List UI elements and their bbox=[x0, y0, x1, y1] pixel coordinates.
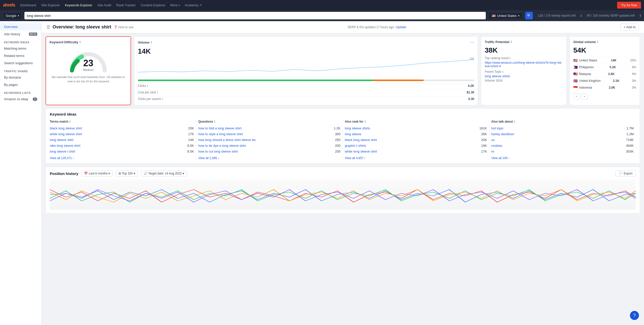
ki-col-also-talk: Also talk about ℹ hot topic1.7M harley d… bbox=[489, 120, 636, 160]
kd-info-icon[interactable]: ℹ bbox=[79, 41, 80, 44]
list-item: re303K bbox=[491, 149, 634, 154]
engine-select[interactable]: Google ▾ bbox=[3, 12, 22, 19]
nav-rank-tracker[interactable]: Rank Tracker bbox=[116, 3, 136, 7]
volume-menu-icon[interactable]: ⋯ bbox=[470, 40, 474, 45]
export-icon: 📄 bbox=[619, 172, 622, 175]
global-next-button[interactable]: › bbox=[581, 93, 587, 99]
cps-info-icon[interactable]: ℹ bbox=[162, 97, 163, 101]
top-result-link[interactable]: https://www.amazon.com/long-sleeve-shirt… bbox=[485, 61, 563, 68]
view-all-also-talk[interactable]: View all 105 › bbox=[491, 156, 634, 160]
nav-keywords-explorer[interactable]: Keywords Explorer bbox=[65, 3, 92, 7]
ki-link[interactable]: long sleeve shirts bbox=[345, 126, 370, 130]
parent-topic-info-icon[interactable]: ℹ bbox=[502, 70, 503, 73]
sidebar-item-by-pages[interactable]: By pages bbox=[0, 81, 41, 88]
ki-link[interactable]: graphic t shirts bbox=[345, 144, 366, 148]
search-input[interactable] bbox=[27, 14, 483, 18]
sidebar-item-search-suggestions[interactable]: Search suggestions bbox=[0, 59, 41, 67]
sidebar-item-matching-terms[interactable]: Matching terms bbox=[0, 45, 41, 52]
ki-link[interactable]: how to cut long sleeve shirt bbox=[198, 150, 238, 153]
terms-match-info-icon[interactable]: ℹ bbox=[69, 120, 70, 123]
ki-link[interactable]: how to style a long sleeve shirt bbox=[198, 132, 243, 136]
ki-link[interactable]: long sleeve t shirt bbox=[50, 150, 75, 153]
engine-label: Google bbox=[6, 14, 16, 18]
clicks-info-icon[interactable]: ℹ bbox=[147, 84, 148, 88]
weekly-reports-stat: 118 / 175 weekly reports left bbox=[538, 14, 576, 17]
also-rank-info-icon[interactable]: ℹ bbox=[365, 120, 366, 123]
sidebar-item-by-domains[interactable]: By domains bbox=[0, 74, 41, 81]
list-item: long sleeve26K bbox=[345, 131, 487, 137]
ki-link[interactable]: white long sleeve shirt bbox=[50, 132, 82, 136]
ki-link[interactable]: harley davidson bbox=[491, 132, 514, 136]
target-date-button[interactable]: 📈 Target date: 14 Aug 2022 ▾ bbox=[141, 170, 187, 176]
country-row-us: 🇺🇸 United States 14K 25% bbox=[573, 57, 636, 64]
volume-info-icon[interactable]: ℹ bbox=[151, 41, 152, 44]
help-button[interactable]: ? bbox=[630, 311, 639, 320]
nav-site-audit[interactable]: Site Audit bbox=[97, 3, 111, 7]
view-all-terms-match[interactable]: View all 129,471 › bbox=[50, 156, 194, 160]
cards-row: Keyword Difficulty ℹ bbox=[42, 33, 644, 108]
list-item: graphic t shirts18K bbox=[345, 143, 487, 149]
nav-academy[interactable]: Academy ↗ bbox=[185, 3, 202, 7]
sidebar-item-overview[interactable]: Overview bbox=[0, 23, 41, 30]
ki-link[interactable]: re bbox=[491, 150, 494, 153]
page-title: Overview: long sleeve shirt bbox=[53, 24, 111, 30]
date-filter-button[interactable]: 📅 Last 6 months ▾ bbox=[81, 170, 113, 176]
ki-val: 14K bbox=[188, 138, 194, 142]
ki-link[interactable]: cookies bbox=[491, 144, 502, 148]
nav-cta-button[interactable]: Try for free bbox=[617, 2, 641, 9]
ki-link[interactable]: how to fold a long sleeve shirt bbox=[198, 126, 241, 130]
ki-link[interactable]: black long sleeve shirt bbox=[50, 126, 82, 130]
top-filter-button[interactable]: ⊞ Top 100 ▾ bbox=[116, 170, 138, 176]
ki-link[interactable]: us bbox=[491, 138, 495, 142]
hamburger-icon[interactable]: ☰ bbox=[47, 25, 50, 29]
list-item: white long sleeve shirt17K bbox=[345, 149, 487, 154]
nav-content-explorer[interactable]: Content Explorer bbox=[141, 3, 165, 7]
view-all-also-rank[interactable]: View all 4,857 › bbox=[345, 156, 487, 160]
country-id: 🇮🇩 Indonesia bbox=[573, 86, 592, 90]
country-select[interactable]: 🇺🇸 United States ▾ bbox=[488, 12, 523, 19]
clicks-row: Clicks ℹ 4.2K bbox=[138, 83, 474, 88]
ki-link[interactable]: long sleeve bbox=[345, 132, 361, 136]
top-result-info-icon[interactable]: ℹ bbox=[509, 57, 510, 60]
kd-card: Keyword Difficulty ℹ bbox=[46, 36, 131, 105]
ki-link[interactable]: long sleeve shirt bbox=[50, 138, 73, 142]
questions-info-icon[interactable]: ℹ bbox=[214, 120, 215, 123]
global-info-icon[interactable]: ℹ bbox=[597, 40, 598, 44]
flag-id: 🇮🇩 bbox=[573, 86, 578, 90]
export-button[interactable]: 📄 Export bbox=[615, 170, 636, 176]
how-to-use-link[interactable]: ❓ How to use bbox=[114, 25, 133, 29]
nav-site-explorer[interactable]: Site Explorer bbox=[41, 3, 60, 7]
overview-header: ☰ Overview: long sleeve shirt ❓ How to u… bbox=[42, 21, 644, 33]
search-icon: 🔍 bbox=[527, 14, 531, 18]
ki-terms-match-title: Terms match ℹ bbox=[50, 120, 194, 123]
update-link[interactable]: Update bbox=[396, 25, 406, 29]
country-row-gb: 🇬🇧 United Kingdom 2.1K 3% bbox=[573, 77, 636, 84]
ki-link[interactable]: hot topic bbox=[491, 126, 504, 130]
ki-link[interactable]: black long sleeve shirt bbox=[345, 138, 377, 142]
ki-link[interactable]: how long should a dress shirt sleeve be bbox=[198, 138, 256, 142]
parent-topic-link[interactable]: long sleeve shirts bbox=[485, 74, 563, 78]
sidebar-item-related-terms[interactable]: Related terms bbox=[0, 52, 41, 59]
ki-val: 250 bbox=[335, 138, 341, 142]
global-prev-button[interactable]: ‹ bbox=[573, 93, 579, 99]
nav-dashboard[interactable]: Dashboard bbox=[20, 3, 36, 7]
view-all-questions[interactable]: View all 2,085 › bbox=[198, 156, 340, 160]
sidebar-item-amazon-vs-ebay[interactable]: Amazon vs ebay 2 bbox=[0, 95, 41, 103]
add-to-button[interactable]: + Add to bbox=[620, 24, 639, 30]
flag-my: 🇲🇾 bbox=[573, 72, 578, 76]
country-chevron-icon: ▾ bbox=[518, 14, 519, 17]
sidebar-item-ads-history[interactable]: Ads history BETA bbox=[0, 30, 41, 38]
ki-link[interactable]: how to tie dye a long sleeve shirt bbox=[198, 144, 246, 148]
traffic-info-icon[interactable]: ℹ bbox=[511, 40, 512, 44]
clicks-label: Clicks ℹ bbox=[138, 84, 148, 88]
also-talk-info-icon[interactable]: ℹ bbox=[514, 120, 515, 123]
cpc-info-icon[interactable]: ℹ bbox=[157, 91, 158, 94]
search-button[interactable]: 🔍 bbox=[525, 12, 533, 19]
ki-val: 9.0K bbox=[187, 144, 194, 148]
ki-link[interactable]: white long sleeve shirt bbox=[345, 150, 377, 153]
update-notice-area: SERP & KD updated 17 hours ago. Update bbox=[348, 25, 406, 29]
nav-more[interactable]: More ▾ bbox=[170, 3, 180, 7]
ki-val: 200 bbox=[335, 144, 341, 148]
ki-link[interactable]: nike long sleeve shirt bbox=[50, 144, 80, 148]
search-stats: 118 / 175 weekly reports left ℹ 90 / 100… bbox=[538, 14, 641, 17]
